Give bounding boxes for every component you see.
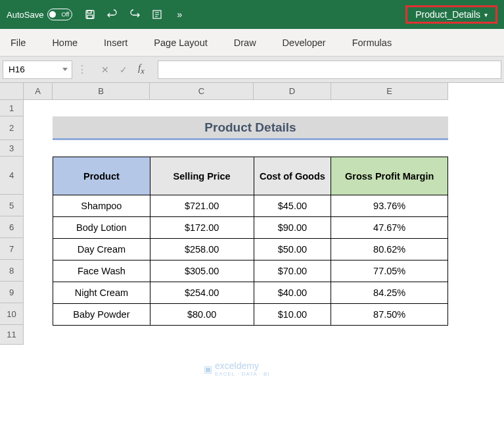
enter-icon[interactable]: ✓ [120,64,127,75]
name-box-value: H16 [9,64,25,74]
column-headers: A B C D E [24,83,448,100]
cell-gross[interactable]: 47.67% [331,217,448,239]
row-header-8[interactable]: 8 [0,260,24,282]
table-row: Day Cream$258.00$50.0080.62% [53,239,448,260]
toggle-dot [49,11,56,18]
undo-icon[interactable] [106,9,118,20]
cell-gross[interactable]: 80.62% [331,239,448,260]
tab-file[interactable]: File [7,32,30,53]
cell-product[interactable]: Shampoo [53,195,150,217]
cell-gross[interactable]: 93.76% [331,195,448,217]
row-header-7[interactable]: 7 [0,238,24,260]
row-header-1[interactable]: 1 [0,100,24,116]
row-header-9[interactable]: 9 [0,282,24,303]
tab-home[interactable]: Home [48,32,81,53]
row-header-6[interactable]: 6 [0,216,24,238]
fx-icon[interactable]: fx [138,62,145,76]
cell-cost[interactable]: $90.00 [254,217,331,239]
cell-product[interactable]: Day Cream [53,239,150,260]
col-header-A[interactable]: A [24,83,53,100]
grid-body: 1 2 3 4 5 6 7 8 9 10 11 Product Details … [0,100,504,345]
row-header-10[interactable]: 10 [0,303,24,325]
cell-product[interactable]: Face Wash [53,260,150,282]
formula-bar: H16 ⋮ ✕ ✓ fx [0,57,504,83]
quick-access-toolbar: » [84,9,185,20]
col-header-D[interactable]: D [254,83,331,100]
document-name-highlight[interactable]: Product_Details ▾ [405,5,497,24]
cells-area[interactable]: Product Details Product Selling Price Co… [24,100,448,325]
row-header-5[interactable]: 5 [0,195,24,216]
watermark-icon: ▣ [204,364,212,374]
svg-rect-1 [87,11,91,13]
separator: ⋮ [72,63,92,76]
cell-selling[interactable]: $721.00 [150,195,254,217]
tab-developer[interactable]: Developer [279,32,330,53]
more-icon[interactable]: » [173,9,185,20]
save-icon[interactable] [84,9,96,20]
toggle-state: Off [62,11,70,18]
cell-gross[interactable]: 87.50% [331,304,448,326]
table-row: Body Lotion$172.00$90.0047.67% [53,217,448,239]
title-bar: AutoSave Off » Product_Details ▾ [0,0,504,29]
cell-cost[interactable]: $70.00 [254,260,331,282]
cell-gross[interactable]: 77.05% [331,260,448,282]
formula-input[interactable] [158,61,501,79]
table-row: Baby Powder$80.00$10.0087.50% [53,304,448,326]
col-header-E[interactable]: E [331,83,448,100]
tab-formulas[interactable]: Formulas [348,32,396,53]
row-header-3[interactable]: 3 [0,140,24,157]
watermark-sub: EXCEL · DATA · BI [215,371,270,377]
svg-rect-2 [87,15,93,18]
redo-icon[interactable] [129,9,141,20]
row-header-4[interactable]: 4 [0,157,24,195]
cell-product[interactable]: Baby Powder [53,304,150,326]
cell-cost[interactable]: $50.00 [254,239,331,260]
cell-gross[interactable]: 84.25% [331,282,448,304]
grid-header-row: A B C D E [0,83,504,100]
autosave-toggle[interactable]: Off [47,9,72,20]
cell-cost[interactable]: $10.00 [254,304,331,326]
table-row: Night Cream$254.00$40.0084.25% [53,282,448,304]
row-headers: 1 2 3 4 5 6 7 8 9 10 11 [0,100,24,345]
select-all-corner[interactable] [0,83,24,100]
cell-cost[interactable]: $40.00 [254,282,331,304]
tab-page-layout[interactable]: Page Layout [150,32,211,53]
cell-selling[interactable]: $258.00 [150,239,254,260]
th-cost-of-goods[interactable]: Cost of Goods [254,157,331,195]
ribbon-tabs: File Home Insert Page Layout Draw Develo… [0,29,504,57]
col-header-C[interactable]: C [150,83,254,100]
col-header-B[interactable]: B [53,83,150,100]
cell-cost[interactable]: $45.00 [254,195,331,217]
cell-product[interactable]: Night Cream [53,282,150,304]
watermark: ▣ exceldemy EXCEL · DATA · BI [204,360,270,377]
dropdown-icon: ▾ [484,11,488,18]
title-center: Product_Details ▾ [185,5,497,24]
tab-draw[interactable]: Draw [230,32,260,53]
cell-product[interactable]: Body Lotion [53,217,150,239]
autosave-label: AutoSave [7,10,43,20]
document-name: Product_Details [415,9,480,20]
th-selling-price[interactable]: Selling Price [150,157,254,195]
table-row: Shampoo$721.00$45.0093.76% [53,195,448,217]
th-gross-profit-margin[interactable]: Gross Profit Margin [331,157,448,195]
table-row: Face Wash$305.00$70.0077.05% [53,260,448,282]
th-product[interactable]: Product [53,157,150,195]
table-header-row: Product Selling Price Cost of Goods Gros… [53,157,448,195]
form-icon[interactable] [151,9,163,20]
cell-selling[interactable]: $254.00 [150,282,254,304]
row-header-2[interactable]: 2 [0,116,24,140]
cancel-icon[interactable]: ✕ [101,64,109,75]
cell-selling[interactable]: $305.00 [150,260,254,282]
formula-bar-icons: ✕ ✓ fx [92,62,154,76]
data-table: Product Selling Price Cost of Goods Gros… [53,157,448,326]
tab-insert[interactable]: Insert [100,32,131,53]
sheet-title: Product Details [53,116,448,140]
watermark-brand: exceldemy [215,360,259,371]
row-header-11[interactable]: 11 [0,325,24,345]
cell-selling[interactable]: $172.00 [150,217,254,239]
autosave-group: AutoSave Off [7,9,72,20]
cell-selling[interactable]: $80.00 [150,304,254,326]
name-box[interactable]: H16 [3,61,72,79]
